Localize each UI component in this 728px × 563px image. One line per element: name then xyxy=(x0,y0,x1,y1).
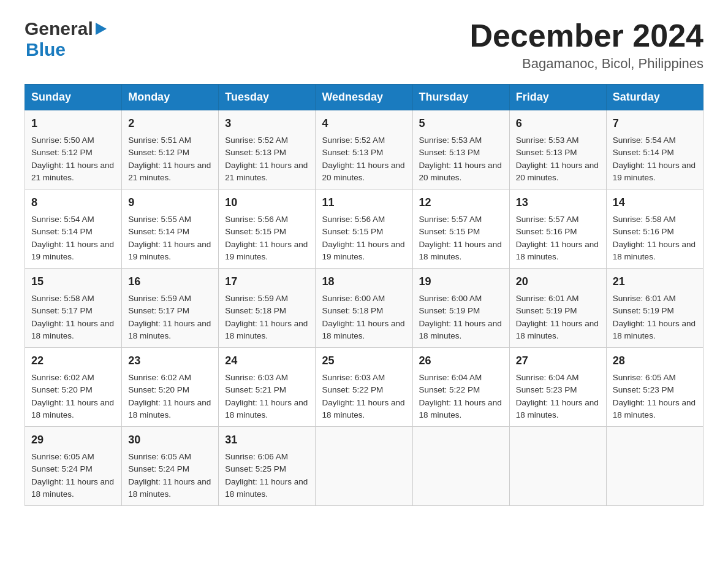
calendar-table: SundayMondayTuesdayWednesdayThursdayFrid… xyxy=(25,84,703,506)
day-of-week-header: Tuesday xyxy=(219,85,316,110)
day-number: 15 xyxy=(31,274,115,290)
calendar-cell: 1Sunrise: 5:50 AMSunset: 5:12 PMDaylight… xyxy=(25,110,122,190)
logo-general-text: General xyxy=(25,18,93,39)
day-number: 30 xyxy=(128,432,212,448)
day-number: 16 xyxy=(128,274,212,290)
calendar-cell: 17Sunrise: 5:59 AMSunset: 5:18 PMDayligh… xyxy=(219,269,316,348)
calendar-cell: 2Sunrise: 5:51 AMSunset: 5:12 PMDaylight… xyxy=(122,110,219,190)
day-number: 6 xyxy=(516,115,600,132)
calendar-week-row: 8Sunrise: 5:54 AMSunset: 5:14 PMDaylight… xyxy=(25,190,703,269)
logo-blue-text: Blue xyxy=(26,39,107,60)
calendar-cell: 23Sunrise: 6:02 AMSunset: 5:20 PMDayligh… xyxy=(122,348,219,427)
day-number: 28 xyxy=(613,353,697,369)
day-number: 17 xyxy=(225,274,309,290)
day-number: 19 xyxy=(419,274,503,290)
day-number: 12 xyxy=(419,194,503,211)
day-number: 13 xyxy=(516,194,600,211)
calendar-cell: 28Sunrise: 6:05 AMSunset: 5:23 PMDayligh… xyxy=(606,348,703,427)
calendar-cell xyxy=(509,427,606,506)
location-subtitle: Bagamanoc, Bicol, Philippines xyxy=(469,56,703,72)
day-number: 21 xyxy=(613,274,697,290)
calendar-cell: 8Sunrise: 5:54 AMSunset: 5:14 PMDaylight… xyxy=(25,190,122,269)
page-header: General Blue December 2024 Bagamanoc, Bi… xyxy=(25,18,703,72)
calendar-cell: 11Sunrise: 5:56 AMSunset: 5:15 PMDayligh… xyxy=(316,190,412,269)
calendar-week-row: 15Sunrise: 5:58 AMSunset: 5:17 PMDayligh… xyxy=(25,269,703,348)
day-of-week-header: Thursday xyxy=(412,85,509,110)
calendar-header-row: SundayMondayTuesdayWednesdayThursdayFrid… xyxy=(25,85,703,110)
day-number: 20 xyxy=(516,274,600,290)
day-number: 27 xyxy=(516,353,600,369)
calendar-cell: 21Sunrise: 6:01 AMSunset: 5:19 PMDayligh… xyxy=(606,269,703,348)
calendar-cell: 13Sunrise: 5:57 AMSunset: 5:16 PMDayligh… xyxy=(509,190,606,269)
calendar-cell: 30Sunrise: 6:05 AMSunset: 5:24 PMDayligh… xyxy=(122,427,219,506)
day-number: 7 xyxy=(613,115,697,132)
calendar-cell: 7Sunrise: 5:54 AMSunset: 5:14 PMDaylight… xyxy=(606,110,703,190)
day-of-week-header: Friday xyxy=(509,85,606,110)
day-number: 26 xyxy=(419,353,503,369)
calendar-week-row: 1Sunrise: 5:50 AMSunset: 5:12 PMDaylight… xyxy=(25,110,703,190)
calendar-cell: 5Sunrise: 5:53 AMSunset: 5:13 PMDaylight… xyxy=(412,110,509,190)
calendar-week-row: 22Sunrise: 6:02 AMSunset: 5:20 PMDayligh… xyxy=(25,348,703,427)
calendar-cell xyxy=(316,427,412,506)
day-number: 4 xyxy=(322,115,406,132)
day-number: 29 xyxy=(31,432,115,448)
calendar-cell xyxy=(606,427,703,506)
day-of-week-header: Wednesday xyxy=(316,85,412,110)
day-number: 25 xyxy=(322,353,406,369)
calendar-cell: 6Sunrise: 5:53 AMSunset: 5:13 PMDaylight… xyxy=(509,110,606,190)
day-number: 3 xyxy=(225,115,309,132)
calendar-cell: 22Sunrise: 6:02 AMSunset: 5:20 PMDayligh… xyxy=(25,348,122,427)
calendar-cell: 27Sunrise: 6:04 AMSunset: 5:23 PMDayligh… xyxy=(509,348,606,427)
day-of-week-header: Monday xyxy=(122,85,219,110)
day-number: 9 xyxy=(128,194,212,211)
calendar-cell: 3Sunrise: 5:52 AMSunset: 5:13 PMDaylight… xyxy=(219,110,316,190)
title-block: December 2024 Bagamanoc, Bicol, Philippi… xyxy=(469,18,703,72)
calendar-cell: 29Sunrise: 6:05 AMSunset: 5:24 PMDayligh… xyxy=(25,427,122,506)
day-number: 22 xyxy=(31,353,115,369)
day-number: 10 xyxy=(225,194,309,211)
day-number: 31 xyxy=(225,432,309,448)
calendar-cell: 12Sunrise: 5:57 AMSunset: 5:15 PMDayligh… xyxy=(412,190,509,269)
day-number: 5 xyxy=(419,115,503,132)
day-number: 14 xyxy=(613,194,697,211)
calendar-cell: 26Sunrise: 6:04 AMSunset: 5:22 PMDayligh… xyxy=(412,348,509,427)
day-number: 23 xyxy=(128,353,212,369)
day-of-week-header: Sunday xyxy=(25,85,122,110)
day-number: 2 xyxy=(128,115,212,132)
calendar-cell: 10Sunrise: 5:56 AMSunset: 5:15 PMDayligh… xyxy=(219,190,316,269)
calendar-cell: 18Sunrise: 6:00 AMSunset: 5:18 PMDayligh… xyxy=(316,269,412,348)
calendar-cell: 14Sunrise: 5:58 AMSunset: 5:16 PMDayligh… xyxy=(606,190,703,269)
day-of-week-header: Saturday xyxy=(606,85,703,110)
calendar-cell: 24Sunrise: 6:03 AMSunset: 5:21 PMDayligh… xyxy=(219,348,316,427)
day-number: 11 xyxy=(322,194,406,211)
calendar-cell: 15Sunrise: 5:58 AMSunset: 5:17 PMDayligh… xyxy=(25,269,122,348)
calendar-cell: 19Sunrise: 6:00 AMSunset: 5:19 PMDayligh… xyxy=(412,269,509,348)
calendar-cell: 9Sunrise: 5:55 AMSunset: 5:14 PMDaylight… xyxy=(122,190,219,269)
calendar-cell: 20Sunrise: 6:01 AMSunset: 5:19 PMDayligh… xyxy=(509,269,606,348)
calendar-cell: 16Sunrise: 5:59 AMSunset: 5:17 PMDayligh… xyxy=(122,269,219,348)
calendar-cell xyxy=(412,427,509,506)
calendar-week-row: 29Sunrise: 6:05 AMSunset: 5:24 PMDayligh… xyxy=(25,427,703,506)
logo-arrow-icon xyxy=(96,23,107,35)
calendar-cell: 25Sunrise: 6:03 AMSunset: 5:22 PMDayligh… xyxy=(316,348,412,427)
day-number: 1 xyxy=(31,115,115,132)
calendar-cell: 31Sunrise: 6:06 AMSunset: 5:25 PMDayligh… xyxy=(219,427,316,506)
calendar-cell: 4Sunrise: 5:52 AMSunset: 5:13 PMDaylight… xyxy=(316,110,412,190)
logo: General Blue xyxy=(25,18,107,60)
day-number: 18 xyxy=(322,274,406,290)
day-number: 24 xyxy=(225,353,309,369)
month-title: December 2024 xyxy=(469,18,703,53)
day-number: 8 xyxy=(31,194,115,211)
